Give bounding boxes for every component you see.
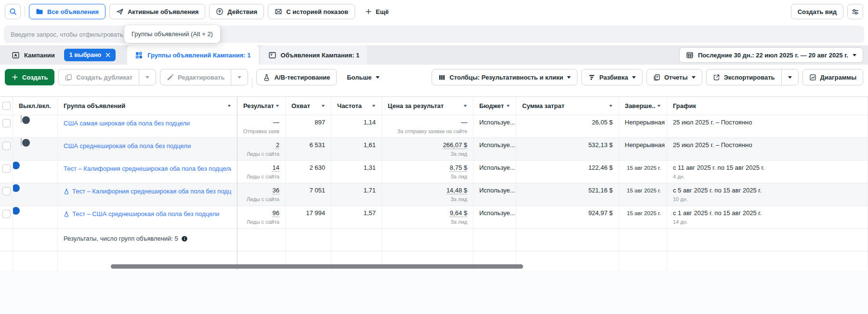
toolbar-divider: [25, 6, 25, 17]
create-button[interactable]: Создать: [5, 69, 54, 85]
duplicate-dropdown-button[interactable]: [139, 69, 156, 85]
filter-chip-had-delivery[interactable]: С историей показов: [268, 4, 355, 19]
result-value[interactable]: 36: [243, 187, 279, 194]
budget-cell: Используе...: [473, 206, 516, 228]
adset-name-text: Тест – Калифорния среднеширокая оба пола…: [72, 188, 231, 195]
schedule-duration-label: 14 дн.: [673, 219, 862, 225]
more-filters-button[interactable]: Ещё: [359, 4, 395, 19]
more-actions-button[interactable]: Больше: [341, 69, 385, 85]
select-all-checkbox[interactable]: [2, 102, 11, 110]
selected-count-badge[interactable]: 1 выбрано: [64, 49, 116, 61]
adset-name-link[interactable]: Тест – США среднеширокая оба пола без по…: [64, 209, 231, 218]
table-row: США самая широкая оба пола без подцели —…: [0, 115, 868, 138]
spend-value: 521,16 $: [522, 187, 613, 194]
filter-chip-all-ads[interactable]: Все объявления: [29, 4, 105, 19]
adset-name-link[interactable]: США среднеширокая оба пола без подцели: [64, 141, 231, 150]
caret-down-icon: [376, 76, 380, 79]
budget-value: Используе...: [479, 119, 510, 126]
view-settings-button[interactable]: [847, 4, 863, 19]
result-value[interactable]: 96: [243, 209, 279, 217]
result-value[interactable]: 14: [243, 164, 279, 172]
row-checkbox[interactable]: [2, 210, 11, 218]
horizontal-scrollbar[interactable]: [111, 264, 523, 269]
info-icon[interactable]: [181, 235, 188, 242]
columns-button[interactable]: Столбцы: Результативность и клики: [432, 69, 578, 85]
filter-chip-actions[interactable]: Действия: [209, 4, 264, 19]
ab-test-button[interactable]: А/B-тестирование: [256, 69, 337, 85]
row-checkbox[interactable]: [2, 119, 11, 127]
name-cell: США среднеширокая оба пола без подцели: [58, 138, 237, 160]
export-button[interactable]: Экспортировать: [706, 69, 781, 85]
caret-down-icon: [788, 76, 792, 79]
sort-caret-icon: [658, 105, 661, 107]
column-header-cost-per-result[interactable]: Цена за результат: [382, 97, 473, 115]
result-type-label: Отправка заявк...: [243, 128, 279, 134]
schedule-cell: с 5 авг 2025 г. по 15 авг 2025 г.10 дн.: [667, 183, 868, 205]
search-button[interactable]: [5, 4, 21, 19]
filter-chip-label: Активные объявления: [128, 8, 198, 15]
clear-selection-icon[interactable]: [105, 53, 110, 57]
tab-ads-label: Объявления Кампания: 1: [281, 52, 360, 59]
page-background: [0, 270, 868, 314]
table-footer-row: Результаты, число групп объявлений: 5: [0, 229, 868, 251]
adset-name-link[interactable]: Тест – Калифорния среднеширокая оба пола…: [64, 164, 231, 172]
create-label: Создать: [22, 74, 48, 81]
column-header-budget[interactable]: Бюджет: [473, 97, 516, 115]
footer-cell: Результаты, число групп объявлений: 5: [58, 229, 237, 251]
column-header-ends[interactable]: Заверше...: [619, 97, 667, 115]
flask-icon: [263, 74, 270, 81]
tooltip: Группы объявлений (Alt + 2): [124, 25, 220, 43]
adset-toggle-off[interactable]: [21, 115, 22, 123]
schedule-value: с 11 авг 2025 г. по 15 авг 2025 г.: [673, 164, 862, 172]
adset-toggle-off[interactable]: [21, 138, 22, 146]
date-range-button[interactable]: Последние 30 дн.: 22 июл 2025 г. — 20 ав…: [679, 47, 863, 63]
cost-per-result-cell: 14,48 $За лид: [382, 183, 473, 205]
tab-ads[interactable]: Объявления Кампания: 1: [261, 45, 368, 65]
tab-adsets[interactable]: Группы объявлений Кампания: 1: [127, 45, 258, 65]
column-header-spend[interactable]: Сумма затрат: [516, 97, 619, 115]
cost-per-result-value[interactable]: 8,75 $: [388, 164, 467, 172]
column-header-result[interactable]: Результат: [237, 97, 286, 115]
cost-per-result-cell: 8,75 $За лид: [382, 161, 473, 183]
column-header-frequency[interactable]: Частота: [331, 97, 382, 115]
filter-chip-active-ads[interactable]: Активные объявления: [109, 4, 205, 19]
filter-chip-label: С историей показов: [286, 8, 348, 15]
spend-cell: 532,13 $: [516, 138, 619, 160]
schedule-cell: с 1 авг 2025 г. по 15 авг 2025 г.14 дн.: [667, 206, 868, 228]
budget-cell: Используе...: [473, 115, 516, 137]
spend-cell: 122,46 $: [516, 161, 619, 183]
cost-per-result-value[interactable]: 14,48 $: [388, 187, 467, 194]
budget-value: Используе...: [479, 141, 510, 149]
adset-name-link[interactable]: США самая широкая оба пола без подцели: [64, 119, 231, 127]
column-header-name[interactable]: Группа объявлений: [58, 97, 237, 115]
budget-value: Используе...: [479, 164, 510, 172]
sort-caret-icon: [276, 105, 279, 107]
reach-cell: 897: [286, 115, 331, 137]
budget-cell: Используе...: [473, 161, 516, 183]
breakdown-button[interactable]: Разбивка: [581, 69, 643, 85]
result-value[interactable]: 2: [243, 141, 279, 149]
top-toolbar: Все объявления Активные объявления Дейст…: [0, 0, 868, 23]
export-dropdown-button[interactable]: [781, 69, 799, 85]
cost-per-result-value[interactable]: 9,64 $: [388, 209, 467, 217]
row-checkbox[interactable]: [2, 187, 11, 195]
tab-campaigns[interactable]: Кампании 1 выбрано: [4, 45, 123, 65]
edit-button[interactable]: Редактировать: [160, 69, 231, 85]
column-header-reach[interactable]: Охват: [286, 97, 331, 115]
cost-per-result-value[interactable]: 266,07 $: [388, 141, 467, 149]
adset-name-link[interactable]: Тест – Калифорния среднеширокая оба пола…: [64, 187, 231, 195]
row-checkbox[interactable]: [2, 164, 11, 173]
create-view-button[interactable]: Создать вид: [791, 4, 843, 19]
row-select-cell: [0, 206, 13, 228]
frequency-value: 1,14: [337, 119, 376, 126]
result-value: —: [243, 119, 279, 126]
tabs-band: Кампании 1 выбрано Группы объявлений Кам…: [0, 45, 868, 65]
reports-button[interactable]: Отчеты: [646, 69, 702, 85]
duplicate-button[interactable]: Создать дубликат: [58, 69, 139, 85]
charts-button[interactable]: Диаграммы: [802, 69, 863, 85]
row-checkbox[interactable]: [2, 142, 11, 150]
empty-cell: [13, 251, 58, 271]
caret-down-icon: [145, 76, 149, 79]
edit-dropdown-button[interactable]: [231, 69, 248, 85]
footer-cell: [473, 229, 516, 251]
